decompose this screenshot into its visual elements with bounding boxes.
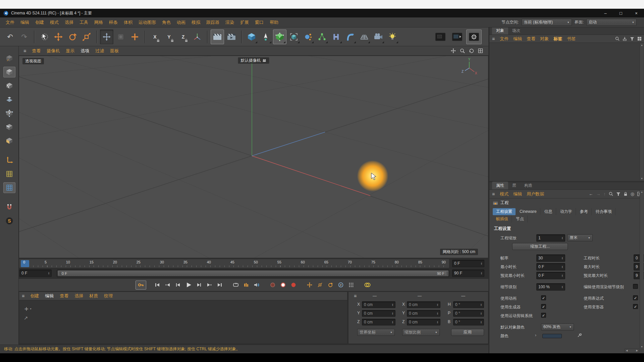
project-scale-field[interactable]: 1▲▼	[536, 234, 565, 242]
record-position-icon[interactable]	[268, 281, 277, 289]
eyedropper-icon[interactable]	[577, 333, 582, 338]
attribute-tab[interactable]: 节点	[513, 216, 528, 223]
menu-item[interactable]: 渲染	[222, 19, 237, 25]
scale-mode-dropdown[interactable]: 缩放比例▼	[402, 329, 440, 336]
min-time-field[interactable]: 0 F▲▼	[536, 263, 565, 270]
bend-deformer-icon[interactable]	[343, 29, 357, 44]
goto-end-icon[interactable]	[215, 281, 224, 289]
mograph-icon[interactable]	[315, 29, 329, 44]
use-generators-checkbox[interactable]: ✓	[541, 304, 546, 309]
forward-icon[interactable]: →	[596, 191, 600, 196]
menu-item[interactable]: 书签	[565, 36, 578, 42]
rotation-header[interactable]: —	[461, 294, 465, 298]
spinner-icon[interactable]: ▲▼	[479, 272, 482, 275]
attribute-tab[interactable]: 工程设置	[493, 208, 516, 215]
menu-item[interactable]: 摄像机	[44, 48, 63, 54]
attribute-scrollbar[interactable]: ▲▼	[640, 190, 644, 349]
color-swatch[interactable]	[542, 334, 562, 338]
browser-icon[interactable]	[637, 37, 642, 41]
minimize-button[interactable]: –	[598, 9, 613, 17]
tracker-icon[interactable]	[329, 29, 343, 44]
menu-item[interactable]: 对象	[538, 36, 551, 42]
menu-item[interactable]: 网格	[91, 19, 106, 25]
toggle-views-icon[interactable]	[478, 48, 483, 53]
menu-item[interactable]: 样条	[106, 19, 121, 25]
rotate-view-icon[interactable]	[469, 48, 474, 53]
position-header[interactable]: —	[373, 294, 377, 298]
close-button[interactable]: ×	[629, 9, 644, 17]
menu-item[interactable]: 选择	[71, 293, 86, 299]
size-z-field[interactable]: 0 cm▲▼	[407, 319, 440, 325]
cycle-playback-icon[interactable]	[231, 281, 240, 289]
panel-menu-icon[interactable]: ≡	[489, 191, 497, 197]
menu-item[interactable]: 材质	[86, 293, 101, 299]
prev-key-icon[interactable]	[163, 281, 172, 289]
attribute-tab[interactable]: 动力学	[557, 208, 576, 215]
lock-icon[interactable]	[624, 192, 628, 196]
inactive-tool-slot-icon[interactable]	[114, 29, 127, 44]
z-lock-icon[interactable]: Z	[176, 29, 190, 44]
menu-item[interactable]: 编辑	[42, 293, 57, 299]
attribute-tab[interactable]: Cineware	[516, 208, 540, 215]
coordinate-system-icon[interactable]	[191, 29, 204, 44]
menu-item[interactable]: 面板	[107, 48, 122, 54]
keyframe-selection-icon[interactable]	[289, 281, 298, 289]
import-material-icon[interactable]: ↗	[24, 315, 28, 321]
tab-structure[interactable]: 构造	[520, 182, 536, 189]
preview-min-field[interactable]: 0 F▲▼	[536, 272, 565, 279]
menu-item[interactable]: 编辑	[17, 19, 32, 25]
zoom-view-icon[interactable]	[460, 48, 465, 53]
primitive-cube-icon[interactable]	[245, 29, 258, 44]
attribute-tab[interactable]: 待办事项	[592, 208, 615, 215]
scale-tool-icon[interactable]	[80, 29, 93, 44]
material-list-area[interactable]: ＋▼ ↗	[19, 300, 347, 344]
keying-scale-icon[interactable]	[315, 281, 325, 289]
camera-label[interactable]: 默认摄像机	[238, 57, 269, 64]
pos-x-field[interactable]: 0 cm▲▼	[362, 301, 395, 308]
panel-menu-icon[interactable]: ≡	[21, 48, 29, 54]
menu-item[interactable]: 角色	[159, 19, 174, 25]
menu-item[interactable]: 模式	[497, 191, 511, 197]
keying-rotation-icon[interactable]	[326, 281, 335, 289]
menu-item[interactable]: 查看	[29, 48, 44, 54]
prev-frame-icon[interactable]	[173, 281, 183, 289]
render-lod-checkbox[interactable]	[633, 284, 638, 289]
range-handle-right[interactable]	[446, 272, 448, 275]
maximize-button[interactable]: □	[613, 9, 629, 17]
interface-dropdown[interactable]: 启动▼	[586, 19, 637, 26]
rot-b-field[interactable]: 0 °▲▼	[453, 319, 484, 325]
attribute-tab[interactable]: 参考	[577, 208, 592, 215]
menu-item[interactable]: 文件	[497, 36, 511, 42]
camera-icon[interactable]	[372, 29, 385, 44]
dopesheet-icon[interactable]	[241, 281, 251, 289]
snap-grid-icon[interactable]	[3, 182, 15, 193]
subdivision-surface-icon[interactable]	[273, 29, 286, 44]
light-icon[interactable]	[386, 29, 399, 44]
rot-h-field[interactable]: 0 °▲▼	[453, 301, 484, 308]
apply-button[interactable]: 应用	[451, 329, 484, 336]
workplane-mode-icon[interactable]	[3, 94, 15, 105]
tab-objects[interactable]: 对象	[492, 27, 508, 35]
load-icon[interactable]	[623, 37, 627, 41]
texture-grid-icon[interactable]	[3, 169, 15, 179]
range-end-field[interactable]: 90 F ▲▼	[452, 269, 484, 277]
redo-icon[interactable]: ↷	[17, 29, 31, 44]
render-view-icon[interactable]	[211, 29, 224, 44]
panel-menu-icon[interactable]: ≡	[351, 293, 359, 299]
pos-y-field[interactable]: 0 cm▲▼	[362, 310, 395, 317]
use-deformers-checkbox[interactable]: ✓	[633, 304, 638, 309]
project-scale-unit-dropdown[interactable]: 厘米▼	[567, 234, 593, 241]
render-settings-icon[interactable]	[466, 29, 482, 44]
solo-icon[interactable]: S	[3, 216, 15, 226]
rotate-tool-icon[interactable]	[66, 29, 79, 44]
x-lock-icon[interactable]: X	[148, 29, 162, 44]
up-icon[interactable]: ↑	[603, 191, 606, 196]
menu-item[interactable]: 选择	[62, 19, 76, 25]
transform-mode-dropdown[interactable]: 世界坐标▼	[357, 329, 395, 336]
default-color-dropdown[interactable]: 60% 灰色▼	[541, 323, 574, 330]
last-tool-slot-icon[interactable]	[100, 29, 113, 44]
menu-item[interactable]: 选项	[77, 48, 92, 54]
points-mode-icon[interactable]	[3, 108, 15, 119]
current-frame-field[interactable]: 0 F ▲▼	[452, 260, 484, 267]
panel-menu-icon[interactable]: ≡	[19, 293, 27, 299]
